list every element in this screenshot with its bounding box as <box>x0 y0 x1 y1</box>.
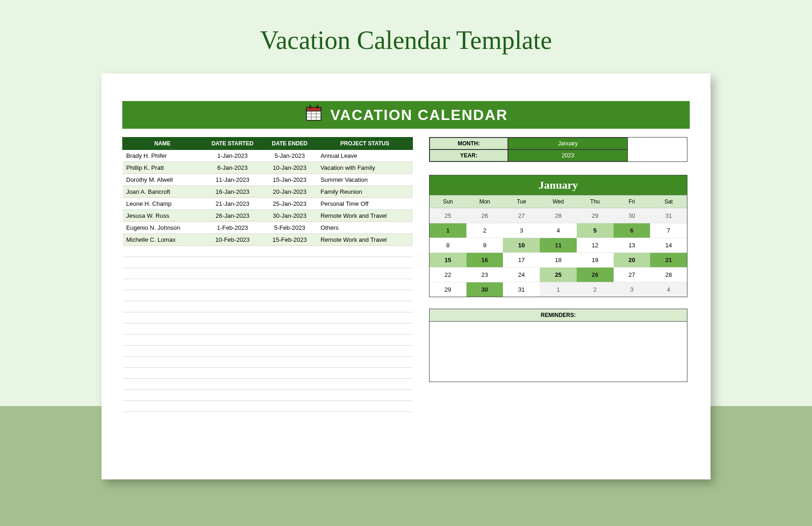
calendar-day[interactable]: 25 <box>430 208 466 223</box>
calendar-day[interactable]: 3 <box>503 223 540 238</box>
calendar-day[interactable]: 31 <box>650 208 687 223</box>
table-cell[interactable]: Leone H. Champ <box>123 198 203 210</box>
table-cell[interactable]: Michelle C. Lomax <box>123 234 203 246</box>
table-cell[interactable] <box>263 357 317 368</box>
table-cell[interactable]: 15-Feb-2023 <box>263 234 317 246</box>
table-cell[interactable]: 5-Feb-2023 <box>263 222 317 234</box>
table-cell[interactable] <box>317 279 413 290</box>
table-cell[interactable] <box>123 246 203 257</box>
table-cell[interactable]: Phillip K. Pratt <box>123 162 203 174</box>
table-cell[interactable] <box>263 346 317 357</box>
calendar-day[interactable]: 16 <box>466 252 503 267</box>
table-cell[interactable] <box>203 357 263 368</box>
calendar-day[interactable]: 27 <box>614 267 651 282</box>
calendar-day[interactable]: 12 <box>577 238 614 252</box>
table-cell[interactable] <box>317 335 413 346</box>
table-cell[interactable] <box>123 323 203 335</box>
calendar-day[interactable]: 20 <box>614 252 651 267</box>
calendar-day[interactable]: 31 <box>503 282 540 297</box>
table-cell[interactable] <box>123 257 203 268</box>
table-cell[interactable] <box>123 301 203 312</box>
calendar-day[interactable]: 23 <box>466 267 503 282</box>
calendar-day[interactable]: 28 <box>650 267 687 282</box>
calendar-day[interactable]: 24 <box>503 267 540 282</box>
table-cell[interactable] <box>203 301 263 312</box>
table-cell[interactable] <box>123 390 203 401</box>
table-cell[interactable] <box>203 290 263 301</box>
table-cell[interactable] <box>263 390 317 401</box>
calendar-day[interactable]: 26 <box>466 208 503 223</box>
table-cell[interactable]: 5-Jan-2023 <box>263 150 317 162</box>
table-cell[interactable]: 21-Jan-2023 <box>203 198 263 210</box>
table-cell[interactable]: Personal Time Off <box>317 198 413 210</box>
calendar-day[interactable]: 5 <box>577 223 614 238</box>
table-cell[interactable]: 10-Jan-2023 <box>263 162 317 174</box>
reminders-body[interactable] <box>430 322 687 382</box>
table-cell[interactable] <box>317 323 413 335</box>
table-cell[interactable] <box>203 279 263 290</box>
calendar-day[interactable]: 29 <box>430 282 466 297</box>
table-cell[interactable]: Summer Vacation <box>317 174 413 186</box>
table-cell[interactable]: 11-Jan-2023 <box>203 174 263 186</box>
table-cell[interactable] <box>123 346 203 357</box>
table-cell[interactable]: 20-Jan-2023 <box>263 186 317 198</box>
table-cell[interactable]: Jesusa W. Russ <box>123 210 203 222</box>
table-cell[interactable] <box>317 368 413 379</box>
calendar-day[interactable]: 30 <box>466 282 503 297</box>
table-cell[interactable] <box>317 401 413 412</box>
table-cell[interactable] <box>203 323 263 335</box>
calendar-day[interactable]: 11 <box>540 238 577 252</box>
table-cell[interactable] <box>317 301 413 312</box>
calendar-day[interactable]: 25 <box>540 267 577 282</box>
calendar-day[interactable]: 26 <box>577 267 614 282</box>
table-cell[interactable] <box>263 335 317 346</box>
month-value[interactable]: January <box>508 137 628 149</box>
calendar-day[interactable]: 28 <box>540 208 577 223</box>
calendar-day[interactable]: 2 <box>466 223 503 238</box>
calendar-day[interactable]: 18 <box>540 252 577 267</box>
table-cell[interactable] <box>203 390 263 401</box>
table-cell[interactable] <box>263 268 317 279</box>
calendar-day[interactable]: 15 <box>430 252 466 267</box>
calendar-day[interactable]: 4 <box>650 282 687 297</box>
calendar-day[interactable]: 19 <box>577 252 614 267</box>
table-cell[interactable] <box>263 246 317 257</box>
table-cell[interactable] <box>263 379 317 390</box>
table-cell[interactable]: Others <box>317 222 413 234</box>
table-cell[interactable] <box>263 301 317 312</box>
table-cell[interactable] <box>317 346 413 357</box>
table-cell[interactable] <box>203 346 263 357</box>
table-cell[interactable]: Joan A. Bancroft <box>123 186 203 198</box>
year-value[interactable]: 2023 <box>508 149 628 161</box>
table-cell[interactable] <box>263 368 317 379</box>
table-cell[interactable]: Remote Work and Travel <box>317 210 413 222</box>
table-cell[interactable] <box>263 279 317 290</box>
calendar-day[interactable]: 1 <box>540 282 577 297</box>
calendar-day[interactable]: 21 <box>650 252 687 267</box>
calendar-day[interactable]: 13 <box>614 238 651 252</box>
table-cell[interactable] <box>203 268 263 279</box>
table-cell[interactable]: 1-Jan-2023 <box>203 150 263 162</box>
table-cell[interactable]: 1-Feb-2023 <box>203 222 263 234</box>
table-cell[interactable] <box>263 401 317 412</box>
table-cell[interactable] <box>317 379 413 390</box>
table-cell[interactable] <box>123 379 203 390</box>
table-cell[interactable]: 10-Feb-2023 <box>203 234 263 246</box>
calendar-day[interactable]: 22 <box>430 267 466 282</box>
table-cell[interactable] <box>317 390 413 401</box>
calendar-day[interactable]: 3 <box>614 282 651 297</box>
table-cell[interactable] <box>263 312 317 323</box>
table-cell[interactable]: Eugenio N. Johnson <box>123 222 203 234</box>
calendar-day[interactable]: 29 <box>577 208 614 223</box>
table-cell[interactable] <box>317 246 413 257</box>
table-cell[interactable] <box>123 357 203 368</box>
table-cell[interactable] <box>263 290 317 301</box>
table-cell[interactable] <box>123 312 203 323</box>
table-cell[interactable] <box>317 357 413 368</box>
table-cell[interactable] <box>203 401 263 412</box>
table-cell[interactable] <box>263 257 317 268</box>
table-cell[interactable] <box>123 290 203 301</box>
calendar-day[interactable]: 9 <box>466 238 503 252</box>
table-cell[interactable]: 30-Jan-2023 <box>263 210 317 222</box>
table-cell[interactable] <box>203 379 263 390</box>
